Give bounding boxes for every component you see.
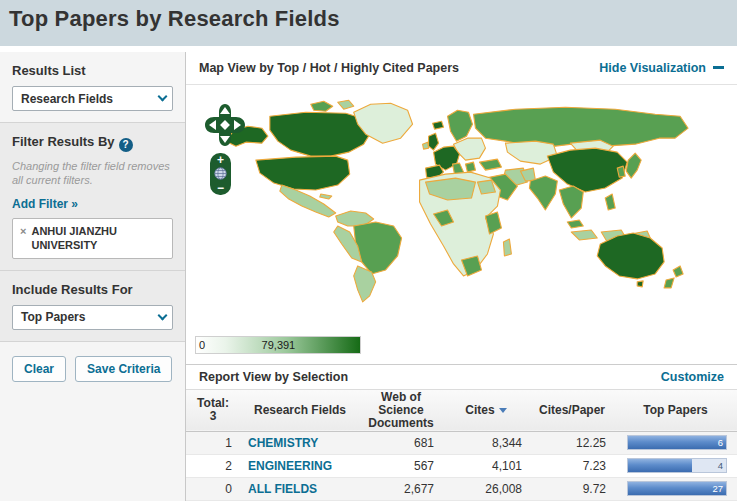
report-view-header: Report View by Selection Customize	[186, 364, 737, 389]
row-field: ENGINEERING	[240, 454, 360, 477]
table-row: 0 ALL FIELDS 2,677 26,008 9.72 27	[186, 477, 737, 500]
titlebar: Top Papers by Research Fields	[0, 0, 737, 46]
top-papers-bar: 27	[627, 481, 727, 496]
sidebar: Results List Research Fields Filter Resu…	[0, 52, 186, 501]
map-legend: 0 79,391	[195, 336, 361, 354]
row-cites: 4,101	[442, 454, 530, 477]
hide-visualization-label: Hide Visualization	[599, 61, 706, 75]
row-field: CHEMISTRY	[240, 431, 360, 454]
cites-header-label: Cites	[465, 403, 494, 417]
top-papers-bar: 6	[627, 435, 727, 450]
map-view-header: Map View by Top / Hot / Highly Cited Pap…	[186, 52, 737, 85]
content: Results List Research Fields Filter Resu…	[0, 52, 737, 501]
row-wos-docs: 2,677	[360, 477, 442, 500]
top-papers-bar-fill	[628, 482, 726, 495]
top-papers-header[interactable]: Top Papers	[614, 389, 737, 431]
world-map[interactable]: + − 0 79,391	[186, 85, 737, 364]
include-results-dropdown[interactable]: Top Papers	[12, 305, 173, 330]
row-cites: 26,008	[442, 477, 530, 500]
filter-section: Filter Results By? Changing the filter f…	[0, 122, 185, 270]
row-rank: 2	[186, 454, 240, 477]
cites-header-sorted[interactable]: Cites	[442, 389, 530, 431]
wos-documents-header-line1: Web of Science	[362, 391, 440, 417]
field-link[interactable]: ENGINEERING	[248, 459, 332, 473]
field-link[interactable]: CHEMISTRY	[248, 436, 318, 450]
zoom-in-icon[interactable]: +	[217, 155, 224, 165]
wos-documents-header-line2: Documents	[362, 417, 440, 430]
chevron-down-icon	[158, 310, 168, 320]
customize-link[interactable]: Customize	[661, 370, 724, 384]
sort-desc-icon	[499, 408, 507, 413]
row-cites-per-paper: 7.23	[530, 454, 614, 477]
row-cites-per-paper: 12.25	[530, 431, 614, 454]
page: Top Papers by Research Fields Results Li…	[0, 0, 737, 501]
top-papers-value: 6	[718, 437, 723, 448]
table-row: 2 ENGINEERING 567 4,101 7.23 4	[186, 454, 737, 477]
results-list-value: Research Fields	[21, 92, 113, 106]
zoom-out-icon[interactable]: −	[217, 183, 224, 193]
wos-documents-header[interactable]: Web of Science Documents	[360, 389, 442, 431]
table-row: 1 CHEMISTRY 681 8,344 12.25 6	[186, 431, 737, 454]
map-view-title: Map View by Top / Hot / Highly Cited Pap…	[199, 61, 459, 75]
top-papers-value: 27	[712, 483, 723, 494]
filter-header: Filter Results By?	[12, 134, 173, 152]
chevron-down-icon	[158, 92, 168, 102]
legend-max-value: 79,391	[262, 339, 296, 351]
main-panel: Map View by Top / Hot / Highly Cited Pap…	[186, 52, 737, 501]
map-pan-control[interactable]	[202, 103, 248, 147]
legend-min-value: 0	[199, 339, 205, 351]
row-top-papers: 4	[614, 454, 737, 477]
field-link[interactable]: ALL FIELDS	[248, 482, 317, 496]
filter-header-label: Filter Results By	[12, 134, 115, 149]
filter-tag: × ANHUI JIANZHU UNIVERSITY	[12, 218, 173, 259]
include-results-label: Include Results For	[12, 282, 173, 297]
total-value: 3	[188, 410, 238, 423]
results-list-section: Results List Research Fields	[0, 52, 185, 122]
page-title: Top Papers by Research Fields	[9, 6, 737, 32]
top-papers-value: 4	[718, 460, 723, 471]
include-results-value: Top Papers	[21, 310, 85, 324]
world-map-svg	[186, 85, 737, 364]
clear-button[interactable]: Clear	[12, 356, 66, 382]
sidebar-buttons-section: Clear Save Criteria	[0, 341, 185, 501]
add-filter-link[interactable]: Add Filter »	[12, 197, 78, 211]
globe-icon[interactable]	[214, 167, 227, 180]
row-top-papers: 27	[614, 477, 737, 500]
hide-visualization-link[interactable]: Hide Visualization	[599, 61, 724, 75]
map-zoom-control[interactable]: + −	[210, 153, 231, 195]
report-view-title: Report View by Selection	[199, 370, 348, 384]
row-cites-per-paper: 9.72	[530, 477, 614, 500]
row-rank: 1	[186, 431, 240, 454]
row-top-papers: 6	[614, 431, 737, 454]
results-list-label: Results List	[12, 63, 173, 78]
top-papers-bar-fill	[628, 459, 692, 472]
top-papers-bar: 4	[627, 458, 727, 473]
remove-filter-icon[interactable]: ×	[20, 225, 26, 237]
filter-note: Changing the filter field removes all cu…	[12, 159, 173, 189]
include-results-section: Include Results For Top Papers	[0, 270, 185, 341]
report-table: Total: 3 Research Fields Web of Science …	[186, 389, 737, 501]
results-list-dropdown[interactable]: Research Fields	[12, 86, 173, 111]
row-cites: 8,344	[442, 431, 530, 454]
row-field: ALL FIELDS	[240, 477, 360, 500]
row-wos-docs: 681	[360, 431, 442, 454]
total-header: Total: 3	[186, 389, 240, 431]
cites-per-paper-header[interactable]: Cites/Paper	[530, 389, 614, 431]
table-header-row: Total: 3 Research Fields Web of Science …	[186, 389, 737, 431]
row-wos-docs: 567	[360, 454, 442, 477]
minus-icon	[713, 66, 724, 69]
save-criteria-button[interactable]: Save Criteria	[75, 356, 172, 382]
filter-tag-label: ANHUI JIANZHU UNIVERSITY	[31, 224, 166, 253]
row-rank: 0	[186, 477, 240, 500]
top-papers-bar-fill	[628, 436, 726, 449]
help-icon[interactable]: ?	[119, 138, 133, 152]
research-fields-header[interactable]: Research Fields	[240, 389, 360, 431]
